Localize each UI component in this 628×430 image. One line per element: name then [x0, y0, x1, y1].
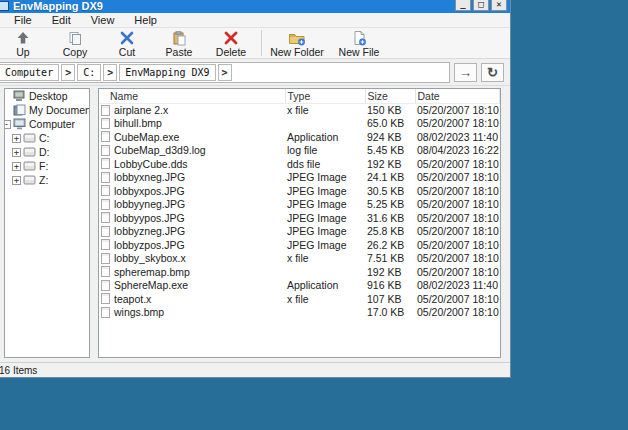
file-type-cell — [285, 265, 365, 279]
breadcrumb-chevron-icon[interactable]: > — [61, 64, 75, 81]
documents-icon — [13, 105, 26, 116]
table-row[interactable]: lobbyzneg.JPGJPEG Image25.8 KB05/20/2007… — [99, 225, 500, 239]
file-size-cell: 24.1 KB — [365, 171, 415, 185]
file-type-cell: JPEG Image — [285, 238, 365, 252]
table-row[interactable]: teapot.xx file107 KB05/20/2007 18:10 — [99, 292, 500, 306]
breadcrumb-segment[interactable]: C: — [77, 64, 101, 81]
tree-item-my-documents[interactable]: My Documents — [4, 103, 89, 117]
up-button[interactable]: Up — [0, 28, 49, 58]
menu-item-view[interactable]: View — [82, 14, 124, 26]
tree-item-z[interactable]: +Z: — [12, 173, 89, 187]
table-row[interactable]: bihull.bmp65.0 KB05/20/2007 18:10 — [99, 117, 500, 131]
expander-spacer — [4, 92, 11, 101]
table-row[interactable]: lobbyzpos.JPGJPEG Image26.2 KB05/20/2007… — [99, 238, 500, 252]
delete-button[interactable]: Delete — [205, 28, 257, 58]
file-date-cell: 05/20/2007 18:10 — [415, 306, 500, 320]
column-header-type[interactable]: Type — [285, 89, 365, 103]
file-name: bihull.bmp — [101, 117, 283, 129]
tree-item-d[interactable]: +D: — [12, 145, 89, 159]
file-name-label: airplane 2.x — [114, 104, 168, 116]
file-size-cell: 25.8 KB — [365, 225, 415, 239]
file-name-cell: wings.bmp — [99, 306, 285, 320]
column-header-date[interactable]: Date — [415, 89, 500, 103]
file-size-cell: 17.0 KB — [365, 306, 415, 320]
file-name-label: lobbyxneg.JPG — [114, 171, 185, 183]
breadcrumb-segment[interactable]: EnvMapping DX9 — [119, 64, 215, 81]
file-icon — [101, 185, 110, 196]
menu-item-edit[interactable]: Edit — [43, 14, 80, 26]
file-name: lobbyxneg.JPG — [101, 171, 283, 183]
menu-item-help[interactable]: Help — [125, 14, 166, 26]
breadcrumb-segment[interactable]: Computer — [0, 64, 59, 81]
table-row[interactable]: lobbyxpos.JPGJPEG Image30.5 KB05/20/2007… — [99, 184, 500, 198]
table-row[interactable]: CubeMap_d3d9.loglog file5.45 KB08/04/202… — [99, 144, 500, 158]
refresh-button[interactable]: ↻ — [481, 63, 504, 82]
file-name-label: lobby_skybox.x — [114, 252, 186, 264]
file-date-cell: 05/20/2007 18:10 — [415, 103, 500, 117]
tree-item-f[interactable]: +F: — [12, 159, 89, 173]
go-button[interactable]: → — [454, 63, 477, 82]
minimize-button[interactable]: _ — [455, 0, 471, 11]
file-name: teapot.x — [101, 293, 283, 305]
paste-button[interactable]: Paste — [153, 28, 205, 58]
breadcrumb[interactable]: Computer>C:>EnvMapping DX9> — [0, 62, 450, 83]
file-name-label: lobbyyneg.JPG — [114, 198, 185, 210]
tree-item-label: Desktop — [29, 90, 68, 102]
maximize-button[interactable]: □ — [473, 0, 489, 11]
file-name-label: spheremap.bmp — [114, 266, 190, 278]
file-icon — [101, 253, 110, 264]
file-name-cell: lobbyxneg.JPG — [99, 171, 285, 185]
file-date-cell: 05/20/2007 18:10 — [415, 225, 500, 239]
expand-icon[interactable]: + — [12, 148, 21, 157]
title-bar[interactable]: EnvMapping DX9 _□✕ — [0, 0, 510, 13]
breadcrumb-chevron-icon[interactable]: > — [218, 64, 232, 81]
drive-icon — [23, 147, 36, 158]
table-row[interactable]: airplane 2.xx file150 KB05/20/2007 18:10 — [99, 103, 500, 117]
file-type-cell: x file — [285, 292, 365, 306]
file-size-cell: 5.25 KB — [365, 198, 415, 212]
table-row[interactable]: lobbyxneg.JPGJPEG Image24.1 KB05/20/2007… — [99, 171, 500, 185]
file-name-cell: lobbyzpos.JPG — [99, 238, 285, 252]
tree-item-label: F: — [39, 160, 48, 172]
close-button[interactable]: ✕ — [491, 0, 507, 11]
table-row[interactable]: lobby_skybox.xx file7.51 KB05/20/2007 18… — [99, 252, 500, 266]
cut-button[interactable]: Cut — [101, 28, 153, 58]
column-header-size[interactable]: Size — [365, 89, 415, 103]
file-name-label: CubeMap_d3d9.log — [114, 144, 206, 156]
collapse-icon[interactable]: - — [4, 120, 11, 129]
expand-icon[interactable]: + — [12, 134, 21, 143]
file-name-cell: lobbyyneg.JPG — [99, 198, 285, 212]
table-row[interactable]: lobbyyneg.JPGJPEG Image5.25 KB05/20/2007… — [99, 198, 500, 212]
file-name-cell: spheremap.bmp — [99, 265, 285, 279]
file-icon — [101, 145, 110, 156]
column-header-name[interactable]: Name — [99, 89, 285, 103]
copy-button[interactable]: Copy — [49, 28, 101, 58]
drive-icon — [23, 133, 36, 144]
file-icon — [101, 293, 110, 304]
file-size-cell: 916 KB — [365, 279, 415, 293]
table-row[interactable]: spheremap.bmp192 KB05/20/2007 18:10 — [99, 265, 500, 279]
file-icon — [101, 212, 110, 223]
table-row[interactable]: wings.bmp17.0 KB05/20/2007 18:10 — [99, 306, 500, 320]
file-size-cell: 150 KB — [365, 103, 415, 117]
expand-icon[interactable]: + — [12, 162, 21, 171]
breadcrumb-chevron-icon[interactable]: > — [103, 64, 117, 81]
file-icon — [101, 199, 110, 210]
file-date-cell: 05/20/2007 18:10 — [415, 211, 500, 225]
file-list-panel: NameTypeSizeDate airplane 2.xx file150 K… — [98, 88, 501, 358]
table-row[interactable]: lobbyypos.JPGJPEG Image31.6 KB05/20/2007… — [99, 211, 500, 225]
tree-item-computer[interactable]: -Computer — [4, 117, 89, 131]
expander-spacer — [4, 106, 11, 115]
file-icon — [101, 266, 110, 277]
table-row[interactable]: SphereMap.exeApplication916 KB08/02/2023… — [99, 279, 500, 293]
tree-item-label: Z: — [39, 174, 48, 186]
tree-item-c[interactable]: +C: — [12, 131, 89, 145]
new-file-button[interactable]: New File — [328, 28, 390, 58]
table-row[interactable]: LobbyCube.ddsdds file192 KB05/20/2007 18… — [99, 157, 500, 171]
new-folder-button[interactable]: New Folder — [266, 28, 328, 58]
tree-item-label: My Documents — [29, 104, 89, 116]
tree-item-desktop[interactable]: Desktop — [4, 89, 89, 103]
menu-item-file[interactable]: File — [5, 14, 41, 26]
table-row[interactable]: CubeMap.exeApplication924 KB08/02/2023 1… — [99, 130, 500, 144]
expand-icon[interactable]: + — [12, 176, 21, 185]
